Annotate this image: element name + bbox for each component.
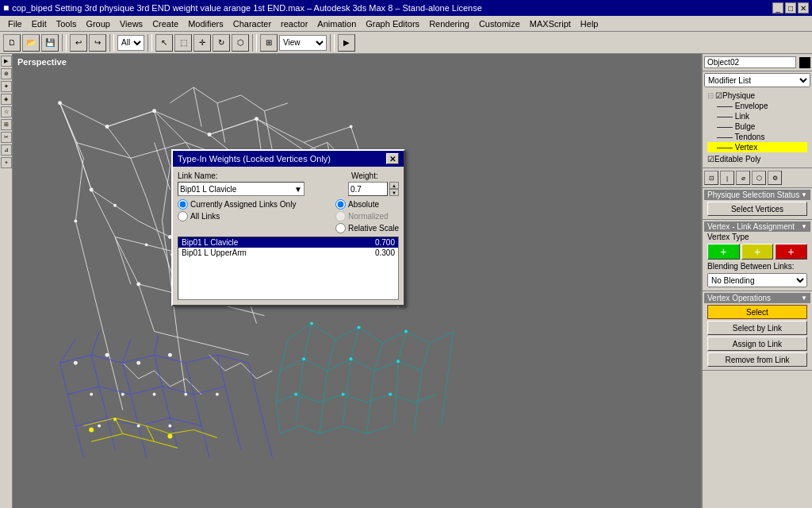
menu-maxscript[interactable]: MAXScript [525, 17, 576, 30]
left-icon-9[interactable]: ⌖ [1, 157, 12, 168]
remove-from-link-btn[interactable]: Remove from Link [707, 352, 807, 367]
radio-relative-scale[interactable] [335, 223, 346, 233]
assign-to-link-btn[interactable]: Assign to Link [707, 337, 807, 351]
menu-group[interactable]: Group [81, 17, 115, 30]
vertex-type-yellow-btn[interactable]: + [741, 244, 774, 260]
menu-edit[interactable]: Edit [27, 17, 52, 30]
tb-select[interactable]: ↖ [155, 34, 173, 52]
tb-new[interactable]: 🗋 [3, 34, 21, 52]
rp-icon-1[interactable]: ⊡ [704, 171, 718, 185]
maximize-btn[interactable]: □ [785, 2, 796, 13]
menu-character[interactable]: Character [228, 17, 276, 30]
left-icon-7[interactable]: ✂ [1, 132, 12, 143]
left-icon-8[interactable]: ⊿ [1, 144, 12, 156]
tb-select-region[interactable]: ⬚ [174, 34, 192, 52]
modifier-link[interactable]: —— Link [707, 111, 807, 121]
modifier-editable-poly[interactable]: ☑ Editable Poly [707, 154, 807, 164]
tb-play[interactable]: ▶ [338, 34, 355, 52]
dialog-close-btn[interactable]: ✕ [386, 153, 399, 164]
dialog-title-bar[interactable]: Type-In Weights (Locked Vertices Only) ✕ [173, 151, 404, 167]
svg-point-27 [145, 243, 148, 246]
tb-sep2 [109, 34, 114, 52]
menu-animation[interactable]: Animation [312, 17, 361, 30]
menu-rendering[interactable]: Rendering [424, 17, 474, 30]
svg-point-39 [105, 353, 109, 357]
rp-icon-5[interactable]: ⚙ [768, 171, 782, 185]
tb-move[interactable]: ✛ [193, 34, 211, 52]
left-icon-2[interactable]: ⊕ [1, 68, 12, 79]
menu-graph-editors[interactable]: Graph Editors [361, 17, 424, 30]
link-name-dropdown[interactable]: Bip01 L Clavicle ▼ [178, 182, 304, 196]
checkbox-physique[interactable]: ☑ [715, 91, 722, 100]
svg-point-59 [350, 357, 353, 360]
left-icon-1[interactable]: ▶ [1, 56, 12, 67]
object-color-swatch[interactable] [799, 57, 810, 68]
modifier-vertex[interactable]: —— Vertex [707, 142, 807, 152]
menu-file[interactable]: File [3, 17, 27, 30]
svg-point-62 [342, 393, 345, 396]
tb-viewport-select[interactable]: View [279, 35, 327, 51]
radio-current-links[interactable] [178, 199, 188, 210]
object-name-input[interactable] [704, 56, 796, 68]
menu-modifiers[interactable]: Modifiers [183, 17, 228, 30]
modifier-envelope[interactable]: —— Envelope [707, 101, 807, 111]
modifier-physique[interactable]: ⊟ ☑ Physique [707, 90, 807, 101]
menu-reactor[interactable]: reactor [276, 17, 312, 30]
viewport: Perspective [13, 54, 701, 508]
title-bar: ■ cop_biped Setting 3rd physique 3rd END… [0, 0, 812, 16]
tb-save[interactable]: 💾 [41, 34, 59, 52]
list-item-value: 0.300 [375, 248, 395, 257]
menu-create[interactable]: Create [147, 17, 183, 30]
tb-rotate[interactable]: ↻ [213, 34, 230, 52]
select-vertices-btn[interactable]: Select Vertices [707, 202, 807, 216]
left-icon-bar: ▶ ⊕ ✦ ◈ ☆ ⊞ ✂ ⊿ ⌖ [0, 54, 13, 508]
vertex-type-red-btn[interactable]: + [775, 244, 807, 260]
list-item-clavicle[interactable]: Bip01 L Clavicle 0.700 [178, 237, 398, 248]
tb-open[interactable]: 📂 [22, 34, 40, 52]
vertex-type-green-btn[interactable]: + [707, 244, 740, 260]
left-icon-5[interactable]: ☆ [1, 106, 12, 117]
menu-customize[interactable]: Customize [474, 17, 525, 30]
weight-down-btn[interactable]: ▼ [389, 189, 399, 196]
radio-absolute-label: Absolute [348, 200, 379, 209]
checkbox-epoly[interactable]: ☑ [707, 155, 714, 164]
svg-line-4 [155, 142, 170, 190]
left-icon-4[interactable]: ◈ [1, 94, 12, 105]
rp-icon-4[interactable]: ⬡ [752, 171, 766, 185]
link-list[interactable]: Bip01 L Clavicle 0.700 Bip01 L UpperArm … [178, 237, 399, 300]
menu-help[interactable]: Help [576, 17, 603, 30]
select-btn[interactable]: Select [707, 305, 807, 319]
list-item-upperarm[interactable]: Bip01 L UpperArm 0.300 [178, 248, 398, 258]
modifier-list-select[interactable]: Modifier List [704, 73, 810, 87]
weight-input[interactable] [348, 182, 388, 196]
weight-input-group: ▲ ▼ [348, 182, 399, 196]
rp-icon-2[interactable]: | [720, 171, 734, 185]
radio-all-links[interactable] [178, 211, 188, 221]
svg-point-61 [294, 393, 297, 396]
tb-selection-filter[interactable]: All [117, 35, 144, 51]
left-icon-6[interactable]: ⊞ [1, 119, 12, 130]
tb-scale[interactable]: ⬡ [232, 34, 249, 52]
tb-reference[interactable]: ⊞ [260, 34, 278, 52]
blending-select[interactable]: No Blending Linear Spline [707, 273, 807, 287]
rp-icon-3[interactable]: ⌀ [736, 171, 750, 185]
tb-undo[interactable]: ↩ [70, 34, 87, 52]
modifier-bulge[interactable]: —— Bulge [707, 121, 807, 132]
radio-absolute[interactable] [335, 199, 346, 210]
app-icon: ■ [3, 2, 9, 13]
radio-normalized[interactable] [335, 211, 346, 221]
tb-sep1 [62, 34, 67, 52]
weight-up-btn[interactable]: ▲ [389, 182, 399, 189]
close-btn[interactable]: ✕ [798, 2, 809, 13]
select-by-link-btn[interactable]: Select by Link [707, 321, 807, 335]
menu-tools[interactable]: Tools [52, 17, 82, 30]
svg-line-0 [60, 103, 76, 143]
svg-point-18 [255, 117, 259, 121]
modifier-tendons[interactable]: —— Tendons [707, 132, 807, 142]
left-icon-3[interactable]: ✦ [1, 81, 12, 92]
tb-sep3 [147, 34, 152, 52]
svg-line-37 [155, 335, 159, 355]
minimize-btn[interactable]: _ [772, 2, 783, 13]
tb-redo[interactable]: ↪ [89, 34, 106, 52]
menu-views[interactable]: Views [115, 17, 147, 30]
